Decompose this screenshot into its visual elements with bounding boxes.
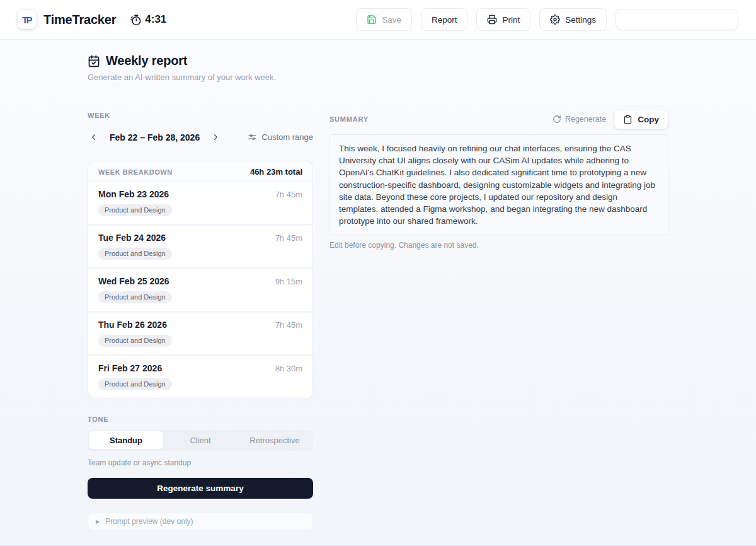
week-range-label: Feb 22 – Feb 28, 2026	[110, 132, 200, 142]
day-label: Fri Feb 27 2026	[98, 363, 162, 373]
tracked-time: 4:31	[130, 13, 166, 26]
summary-note: Edit before copying. Changes are not sav…	[329, 241, 668, 250]
day-label: Tue Feb 24 2026	[98, 233, 166, 243]
next-week-button[interactable]	[210, 131, 222, 143]
page-title: Weekly report	[106, 54, 187, 68]
timer-value: 4:31	[145, 13, 166, 26]
breakdown-title: WEEK BREAKDOWN	[98, 168, 173, 176]
previous-week-button[interactable]	[88, 131, 100, 143]
project-tag: Product and Design	[98, 378, 172, 390]
day-hours: 9h 15m	[275, 277, 302, 286]
regenerate-summary-button[interactable]: Regenerate summary	[88, 478, 313, 499]
app-logo: TP	[18, 10, 37, 29]
week-total: 46h 23m total	[250, 167, 302, 177]
triangle-right-icon: ▶	[96, 519, 100, 525]
report-button[interactable]: Report	[421, 8, 468, 31]
summary-textarea[interactable]: This week, I focused heavily on refining…	[329, 134, 668, 235]
copy-button[interactable]: Copy	[614, 110, 668, 129]
week-breakdown-card: WEEK BREAKDOWN 46h 23m total Mon Feb 23 …	[88, 161, 313, 398]
save-button[interactable]: Save	[356, 8, 412, 31]
logo-monogram: TP	[22, 15, 31, 25]
day-label: Thu Feb 26 2026	[98, 320, 167, 330]
custom-range-button[interactable]: Custom range	[248, 132, 313, 142]
day-hours: 7h 45m	[275, 233, 302, 243]
page-subtitle: Generate an AI-written summary of your w…	[88, 73, 668, 82]
week-panel: WEEK Feb 22 – Feb 28, 2026	[88, 109, 313, 530]
week-breakdown-header: WEEK BREAKDOWN 46h 23m total	[88, 161, 312, 182]
tone-segmented-control: Standup Client Retrospective	[88, 430, 313, 451]
week-navigator: Feb 22 – Feb 28, 2026 Custom range	[88, 131, 313, 143]
day-hours: 7h 45m	[275, 190, 302, 199]
calendar-check-icon	[88, 55, 100, 67]
tone-option[interactable]: Retrospective	[238, 431, 312, 450]
tone-section-label: TONE	[88, 415, 313, 423]
settings-label: Settings	[565, 15, 596, 25]
day-label: Wed Feb 25 2026	[98, 276, 169, 286]
save-icon	[367, 15, 377, 25]
tone-option[interactable]: Standup	[89, 431, 163, 450]
breakdown-rows: Mon Feb 23 2026 7h 45m Product and Desig…	[88, 182, 312, 398]
summary-panel: SUMMARY Regenerate	[329, 109, 668, 250]
breakdown-row: Thu Feb 26 2026 7h 45m Product and Desig…	[88, 313, 312, 354]
tone-option[interactable]: Client	[163, 431, 238, 450]
tone-helper-text: Team update or async standup	[88, 458, 313, 467]
summary-section-label: SUMMARY	[329, 115, 369, 123]
day-label: Mon Feb 23 2026	[98, 189, 169, 199]
copy-label: Copy	[638, 115, 659, 124]
header-empty-field[interactable]	[616, 9, 738, 30]
main-content: Weekly report Generate an AI-written sum…	[0, 40, 756, 530]
header-actions: Save Report Print Settings	[356, 8, 738, 31]
sliders-icon	[248, 132, 257, 142]
project-tag: Product and Design	[98, 248, 172, 260]
week-section-label: WEEK	[88, 112, 110, 119]
app-title: TimeTracker	[43, 13, 116, 27]
settings-button[interactable]: Settings	[539, 8, 607, 31]
clipboard-icon	[623, 115, 633, 124]
gear-icon	[550, 15, 560, 25]
breakdown-row: Wed Feb 25 2026 9h 15m Product and Desig…	[88, 269, 312, 311]
breakdown-row: Mon Feb 23 2026 7h 45m Product and Desig…	[88, 182, 312, 224]
print-button[interactable]: Print	[476, 8, 530, 31]
regenerate-label: Regenerate	[565, 115, 606, 124]
timer-icon	[130, 14, 142, 26]
breakdown-row: Tue Feb 24 2026 7h 45m Product and Desig…	[88, 226, 312, 267]
day-hours: 8h 30m	[275, 364, 302, 373]
custom-range-label: Custom range	[261, 132, 313, 142]
save-label: Save	[382, 15, 401, 25]
print-icon	[487, 15, 497, 25]
report-label: Report	[432, 15, 457, 25]
chevron-left-icon	[89, 132, 98, 142]
prompt-preview-label: Prompt preview (dev only)	[105, 517, 193, 526]
day-hours: 7h 45m	[275, 320, 302, 330]
refresh-icon	[553, 115, 561, 124]
project-tag: Product and Design	[98, 204, 172, 216]
prompt-preview-toggle[interactable]: ▶ Prompt preview (dev only)	[88, 513, 313, 530]
project-tag: Product and Design	[98, 335, 172, 347]
chevron-right-icon	[211, 132, 220, 142]
project-tag: Product and Design	[98, 291, 172, 303]
breakdown-row: Fri Feb 27 2026 8h 30m Product and Desig…	[88, 356, 312, 398]
print-label: Print	[502, 15, 520, 25]
regenerate-button[interactable]: Regenerate	[553, 115, 606, 124]
app-header: TP TimeTracker 4:31 Save Report	[0, 0, 756, 40]
